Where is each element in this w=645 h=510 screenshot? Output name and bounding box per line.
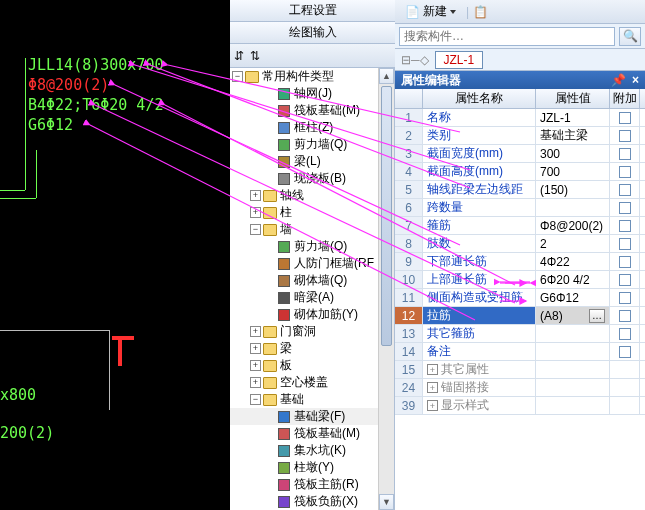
property-row[interactable]: 15+其它属性: [395, 361, 645, 379]
expander-icon[interactable]: +: [250, 326, 261, 337]
tree-item[interactable]: 筏板主筋(R): [230, 476, 394, 493]
expand-icon[interactable]: +: [427, 400, 438, 411]
checkbox[interactable]: [619, 184, 631, 196]
tree-item[interactable]: 筏板基础(M): [230, 102, 394, 119]
tab-project-settings[interactable]: 工程设置: [230, 0, 395, 22]
property-value: 6Φ20 4/2: [540, 273, 590, 287]
folder-icon: [263, 376, 277, 390]
checkbox[interactable]: [619, 328, 631, 340]
property-row[interactable]: 4截面高度(mm)700: [395, 163, 645, 181]
tree-item[interactable]: +板: [230, 357, 394, 374]
tree-item[interactable]: +柱: [230, 204, 394, 221]
property-row[interactable]: 5轴线距梁左边线距(150): [395, 181, 645, 199]
property-row[interactable]: 8肢数2: [395, 235, 645, 253]
tree-item[interactable]: +轴线: [230, 187, 394, 204]
expander-icon[interactable]: +: [250, 377, 261, 388]
checkbox[interactable]: [619, 166, 631, 178]
tree-item[interactable]: 梁(L): [230, 153, 394, 170]
tree-item-label: 柱: [280, 204, 292, 221]
scroll-down-icon[interactable]: ▼: [379, 494, 394, 510]
expander-icon[interactable]: +: [250, 343, 261, 354]
expand-icon[interactable]: +: [427, 364, 438, 375]
tree-item[interactable]: +门窗洞: [230, 323, 394, 340]
new-button[interactable]: 📄 新建: [399, 2, 462, 22]
checkbox[interactable]: [619, 256, 631, 268]
scroll-up-icon[interactable]: ▲: [379, 68, 394, 84]
tree-item[interactable]: 剪力墙(Q): [230, 136, 394, 153]
tree-item[interactable]: 柱墩(Y): [230, 459, 394, 476]
property-grid[interactable]: 1名称JZL-12类别基础主梁3截面宽度(mm)3004截面高度(mm)7005…: [395, 109, 645, 510]
tree-item[interactable]: 砌体墙(Q): [230, 272, 394, 289]
cad-line: [0, 190, 25, 191]
property-row[interactable]: 6跨数量: [395, 199, 645, 217]
property-row[interactable]: 39+显示样式: [395, 397, 645, 415]
property-row[interactable]: 10上部通长筋6Φ20 4/2: [395, 271, 645, 289]
tree-item[interactable]: 集水坑(K): [230, 442, 394, 459]
tree-scrollbar[interactable]: ▲ ▼: [378, 68, 394, 510]
tree-item[interactable]: 轴网(J): [230, 85, 394, 102]
checkbox[interactable]: [619, 310, 631, 322]
expander-icon[interactable]: +: [250, 360, 261, 371]
tree-item[interactable]: +梁: [230, 340, 394, 357]
tree-item[interactable]: −墙: [230, 221, 394, 238]
checkbox[interactable]: [619, 130, 631, 142]
property-row[interactable]: 11侧面构造或受扭筋G6Φ12: [395, 289, 645, 307]
collapse-icon[interactable]: −: [232, 71, 243, 82]
tree-item[interactable]: 暗梁(A): [230, 289, 394, 306]
property-row[interactable]: 14备注: [395, 343, 645, 361]
property-row[interactable]: 3截面宽度(mm)300: [395, 145, 645, 163]
ellipsis-button[interactable]: …: [589, 309, 605, 323]
tree-item[interactable]: 剪力墙(Q): [230, 238, 394, 255]
property-name: 锚固搭接: [441, 379, 489, 396]
tree-item[interactable]: 基础梁(F): [230, 408, 394, 425]
property-row[interactable]: 9下部通长筋4Φ22: [395, 253, 645, 271]
search-button[interactable]: 🔍: [619, 27, 641, 46]
tree-root[interactable]: − 常用构件类型: [230, 68, 394, 85]
tree-item[interactable]: 砌体加筋(Y): [230, 306, 394, 323]
tree-item[interactable]: 框柱(Z): [230, 119, 394, 136]
axis-icon: [277, 87, 291, 101]
tree-item[interactable]: 筏板负筋(X): [230, 493, 394, 510]
expander-icon[interactable]: −: [250, 224, 261, 235]
property-row[interactable]: 7箍筋Φ8@200(2): [395, 217, 645, 235]
expander-icon[interactable]: +: [250, 207, 261, 218]
property-row[interactable]: 13其它箍筋: [395, 325, 645, 343]
tree-item[interactable]: 人防门框墙(RF: [230, 255, 394, 272]
property-row[interactable]: 24+锚固搭接: [395, 379, 645, 397]
property-value: 基础主梁: [540, 127, 588, 144]
component-tree[interactable]: − 常用构件类型 轴网(J)筏板基础(M)框柱(Z)剪力墙(Q)梁(L)现浇板(…: [230, 68, 395, 510]
tree-item[interactable]: 筏板基础(M): [230, 425, 394, 442]
expander-icon[interactable]: +: [250, 190, 261, 201]
checkbox[interactable]: [619, 238, 631, 250]
checkbox[interactable]: [619, 292, 631, 304]
pin-icon[interactable]: 📌: [611, 73, 626, 87]
checkbox[interactable]: [619, 220, 631, 232]
property-name: 轴线距梁左边线距: [427, 181, 523, 198]
col-header-add[interactable]: 附加: [610, 89, 640, 108]
tree-item[interactable]: +空心楼盖: [230, 374, 394, 391]
tree-item[interactable]: 现浇板(B): [230, 170, 394, 187]
component-tree-panel: 工程设置 绘图输入 ⇵ ⇅ − 常用构件类型 轴网(J)筏板基础(M)框柱(Z)…: [230, 0, 395, 510]
checkbox[interactable]: [619, 346, 631, 358]
copy-icon[interactable]: 📋: [473, 5, 488, 19]
col-header-value[interactable]: 属性值: [536, 89, 610, 108]
scroll-thumb[interactable]: [381, 86, 392, 346]
expander-icon[interactable]: −: [250, 394, 261, 405]
cad-drawing-area[interactable]: JLL14(8)300x700 Φ8@200(2) B4Φ22;T6Φ20 4/…: [0, 0, 230, 510]
checkbox[interactable]: [619, 112, 631, 124]
checkbox[interactable]: [619, 148, 631, 160]
close-icon[interactable]: ×: [632, 73, 639, 87]
property-row[interactable]: 1名称JZL-1: [395, 109, 645, 127]
search-input[interactable]: [399, 27, 615, 46]
tab-drawing-input[interactable]: 绘图输入: [230, 22, 395, 44]
tree-item[interactable]: −基础: [230, 391, 394, 408]
current-component-name[interactable]: JZL-1: [435, 51, 484, 69]
expand-icon[interactable]: +: [427, 382, 438, 393]
collapse-all-icon[interactable]: ⇅: [250, 49, 260, 63]
checkbox[interactable]: [619, 202, 631, 214]
checkbox[interactable]: [619, 274, 631, 286]
property-row[interactable]: 2类别基础主梁: [395, 127, 645, 145]
col-header-name[interactable]: 属性名称: [423, 89, 536, 108]
expand-all-icon[interactable]: ⇵: [234, 49, 244, 63]
property-row[interactable]: 12拉筋(A8)…: [395, 307, 645, 325]
